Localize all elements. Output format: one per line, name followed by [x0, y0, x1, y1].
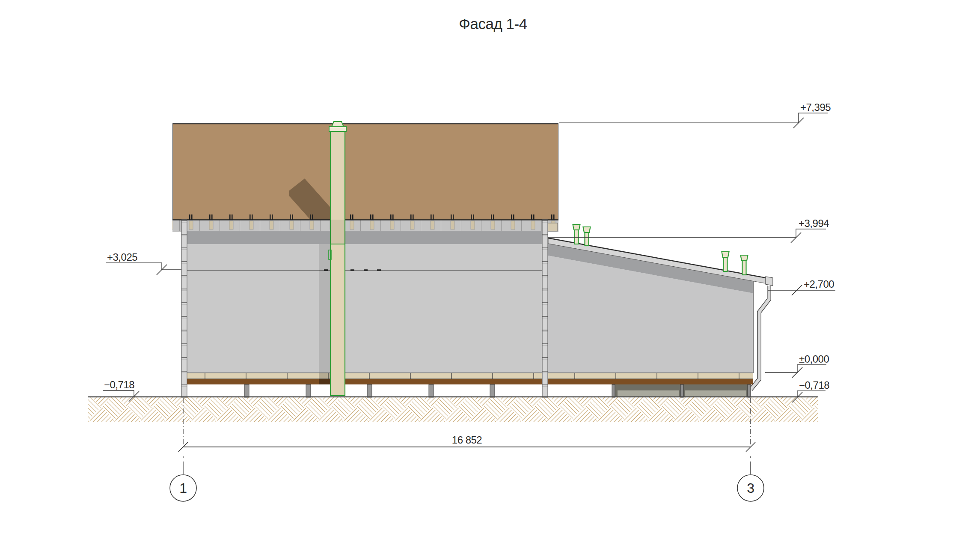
- roof-vent: [722, 252, 729, 271]
- drawing-title: Фасад 1-4: [459, 15, 527, 32]
- floor-deck-band: [183, 373, 753, 379]
- level-marker-second-floor: +3,025: [106, 251, 181, 275]
- level-label: −0,718: [104, 379, 134, 390]
- eaves-band: [172, 214, 558, 231]
- ground-hatch: [88, 397, 818, 422]
- foundation-pile: [367, 384, 372, 397]
- roof-vent: [573, 224, 580, 244]
- plinth-band: [183, 379, 753, 384]
- main-roof: [172, 123, 558, 220]
- foundation-pile: [244, 384, 249, 397]
- foundation-pile: [429, 384, 434, 397]
- roof-vent: [741, 255, 748, 275]
- foundation-pile: [306, 384, 311, 397]
- level-marker-roof-top: +7,395: [559, 101, 831, 128]
- right-corner-post: [542, 220, 548, 397]
- grid-axis-label: 3: [747, 480, 754, 496]
- snow-guards: [184, 214, 558, 220]
- level-label: ±0,000: [799, 353, 829, 365]
- level-label: +3,025: [107, 251, 137, 263]
- grid-axis-label: 1: [179, 480, 187, 496]
- roof-vent: [583, 227, 591, 246]
- grid-bubble-1: 1: [170, 475, 196, 501]
- dimension-label: 16 852: [452, 434, 482, 446]
- level-marker-wing-high: +3,994: [548, 217, 829, 243]
- wing-underfloor-panel: [685, 390, 746, 397]
- foundation-pile: [680, 384, 683, 397]
- level-label: −0,718: [799, 379, 829, 391]
- facade-drawing-sheet: +7,395 +3,994 +2,700 ±0,000 −0,718 +3,02: [0, 0, 980, 536]
- level-marker-floor: ±0,000: [765, 353, 829, 378]
- frieze-band: [183, 231, 548, 244]
- wing: [548, 238, 773, 390]
- building-elevation-drawing: +7,395 +3,994 +2,700 ±0,000 −0,718 +3,02: [0, 0, 980, 536]
- chimney: [329, 122, 346, 396]
- ground: [88, 397, 818, 422]
- level-label: +7,395: [800, 101, 831, 113]
- chimney-wall-shadow: [319, 244, 330, 373]
- chimney-collar: [329, 127, 346, 131]
- left-corner-post: [181, 220, 187, 397]
- level-label: +3,994: [799, 217, 829, 229]
- level-marker-wing-low: +2,700: [768, 278, 835, 295]
- foundation-pile: [490, 384, 495, 397]
- foundation-pile: [748, 384, 751, 397]
- gutter: [766, 277, 773, 286]
- floor-base: [183, 373, 753, 397]
- foundation-pile: [612, 384, 615, 397]
- chimney-body: [330, 129, 345, 396]
- wing-underfloor-panel: [618, 390, 679, 397]
- grid-bubble-3: 3: [737, 475, 764, 501]
- level-markers-left: +3,025 −0,718: [103, 251, 181, 402]
- chimney-cap: [332, 122, 344, 127]
- level-label: +2,700: [804, 278, 834, 290]
- main-wall: [183, 231, 548, 373]
